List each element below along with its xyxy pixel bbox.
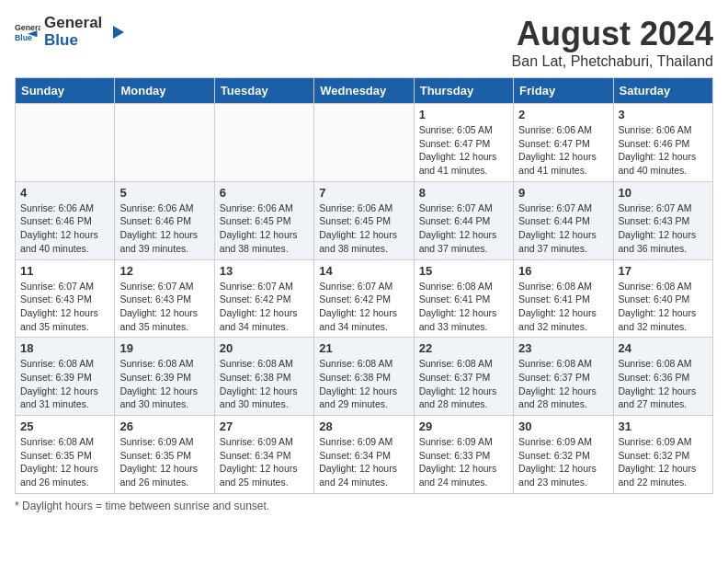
- calendar-cell: 8Sunrise: 6:07 AM Sunset: 6:44 PM Daylig…: [414, 181, 513, 259]
- day-info: Sunrise: 6:08 AM Sunset: 6:37 PM Dayligh…: [518, 357, 608, 411]
- day-info: Sunrise: 6:07 AM Sunset: 6:42 PM Dayligh…: [220, 280, 309, 334]
- col-header-saturday: Saturday: [613, 78, 712, 104]
- calendar-cell: 24Sunrise: 6:08 AM Sunset: 6:36 PM Dayli…: [613, 338, 712, 416]
- calendar-cell: [314, 104, 414, 182]
- calendar-cell: 6Sunrise: 6:06 AM Sunset: 6:45 PM Daylig…: [214, 181, 313, 259]
- calendar-cell: 13Sunrise: 6:07 AM Sunset: 6:42 PM Dayli…: [214, 259, 313, 338]
- calendar-cell: 25Sunrise: 6:08 AM Sunset: 6:35 PM Dayli…: [16, 416, 115, 494]
- logo-icon: General Blue: [15, 19, 40, 45]
- day-number: 18: [20, 341, 109, 355]
- calendar-cell: 1Sunrise: 6:05 AM Sunset: 6:47 PM Daylig…: [414, 104, 513, 182]
- day-number: 2: [518, 108, 608, 121]
- day-number: 29: [419, 419, 508, 433]
- day-info: Sunrise: 6:07 AM Sunset: 6:43 PM Dayligh…: [119, 280, 209, 334]
- calendar-cell: 31Sunrise: 6:09 AM Sunset: 6:32 PM Dayli…: [613, 416, 712, 494]
- calendar-cell: 14Sunrise: 6:07 AM Sunset: 6:42 PM Dayli…: [314, 259, 414, 338]
- day-info: Sunrise: 6:09 AM Sunset: 6:34 PM Dayligh…: [220, 435, 309, 489]
- calendar-cell: 4Sunrise: 6:06 AM Sunset: 6:46 PM Daylig…: [16, 181, 115, 259]
- day-number: 24: [619, 341, 708, 355]
- day-number: 16: [518, 264, 608, 278]
- day-number: 11: [20, 264, 109, 278]
- calendar-cell: 17Sunrise: 6:08 AM Sunset: 6:40 PM Dayli…: [613, 259, 712, 338]
- calendar-cell: 3Sunrise: 6:06 AM Sunset: 6:46 PM Daylig…: [613, 104, 712, 182]
- day-info: Sunrise: 6:09 AM Sunset: 6:35 PM Dayligh…: [119, 435, 209, 489]
- calendar-cell: 9Sunrise: 6:07 AM Sunset: 6:44 PM Daylig…: [514, 181, 613, 259]
- calendar-cell: 2Sunrise: 6:06 AM Sunset: 6:47 PM Daylig…: [514, 104, 613, 182]
- calendar-week-row: 4Sunrise: 6:06 AM Sunset: 6:46 PM Daylig…: [16, 181, 713, 259]
- day-number: 3: [619, 108, 708, 121]
- calendar-cell: [16, 104, 115, 182]
- day-number: 28: [319, 419, 408, 433]
- day-number: 4: [20, 186, 109, 200]
- day-number: 19: [119, 341, 209, 355]
- calendar-cell: [115, 104, 214, 182]
- svg-marker-3: [113, 26, 124, 39]
- day-number: 5: [119, 186, 209, 200]
- calendar-week-row: 18Sunrise: 6:08 AM Sunset: 6:39 PM Dayli…: [16, 338, 713, 416]
- day-number: 26: [119, 419, 209, 433]
- logo-blue-text: Blue: [44, 32, 102, 50]
- calendar-cell: 18Sunrise: 6:08 AM Sunset: 6:39 PM Dayli…: [16, 338, 115, 416]
- day-number: 13: [220, 264, 309, 278]
- day-info: Sunrise: 6:09 AM Sunset: 6:32 PM Dayligh…: [518, 435, 608, 489]
- day-info: Sunrise: 6:05 AM Sunset: 6:47 PM Dayligh…: [419, 123, 508, 178]
- day-info: Sunrise: 6:07 AM Sunset: 6:42 PM Dayligh…: [319, 280, 408, 334]
- day-info: Sunrise: 6:06 AM Sunset: 6:45 PM Dayligh…: [220, 201, 309, 256]
- calendar-cell: 16Sunrise: 6:08 AM Sunset: 6:41 PM Dayli…: [514, 259, 613, 338]
- day-info: Sunrise: 6:06 AM Sunset: 6:46 PM Dayligh…: [619, 123, 708, 178]
- header: General Blue General Blue August 2024 Ba…: [15, 15, 713, 70]
- day-number: 21: [319, 341, 408, 355]
- calendar-cell: 21Sunrise: 6:08 AM Sunset: 6:38 PM Dayli…: [314, 338, 414, 416]
- day-info: Sunrise: 6:08 AM Sunset: 6:39 PM Dayligh…: [20, 357, 109, 411]
- day-number: 6: [220, 186, 309, 200]
- day-number: 9: [518, 186, 608, 200]
- location-subtitle: Ban Lat, Phetchaburi, Thailand: [512, 53, 713, 70]
- calendar-header-row: SundayMondayTuesdayWednesdayThursdayFrid…: [16, 78, 713, 104]
- day-info: Sunrise: 6:06 AM Sunset: 6:46 PM Dayligh…: [119, 201, 209, 256]
- day-info: Sunrise: 6:08 AM Sunset: 6:38 PM Dayligh…: [319, 357, 408, 411]
- day-info: Sunrise: 6:09 AM Sunset: 6:34 PM Dayligh…: [319, 435, 408, 489]
- calendar-cell: 19Sunrise: 6:08 AM Sunset: 6:39 PM Dayli…: [115, 338, 214, 416]
- col-header-friday: Friday: [514, 78, 613, 104]
- col-header-sunday: Sunday: [16, 78, 115, 104]
- logo-general-text: General: [44, 15, 102, 32]
- day-number: 30: [518, 419, 608, 433]
- day-info: Sunrise: 6:07 AM Sunset: 6:44 PM Dayligh…: [518, 201, 608, 256]
- calendar-cell: 20Sunrise: 6:08 AM Sunset: 6:38 PM Dayli…: [214, 338, 313, 416]
- day-number: 10: [619, 186, 708, 200]
- day-info: Sunrise: 6:08 AM Sunset: 6:41 PM Dayligh…: [419, 280, 508, 334]
- day-info: Sunrise: 6:08 AM Sunset: 6:39 PM Dayligh…: [119, 357, 209, 411]
- calendar-cell: 23Sunrise: 6:08 AM Sunset: 6:37 PM Dayli…: [514, 338, 613, 416]
- logo: General Blue General Blue: [15, 15, 126, 49]
- calendar-week-row: 11Sunrise: 6:07 AM Sunset: 6:43 PM Dayli…: [16, 259, 713, 338]
- day-info: Sunrise: 6:08 AM Sunset: 6:36 PM Dayligh…: [619, 357, 708, 411]
- calendar-cell: [214, 104, 313, 182]
- col-header-wednesday: Wednesday: [314, 78, 414, 104]
- footer-note: * Daylight hours = time between sunrise …: [15, 500, 713, 512]
- calendar-cell: 22Sunrise: 6:08 AM Sunset: 6:37 PM Dayli…: [414, 338, 513, 416]
- calendar-cell: 30Sunrise: 6:09 AM Sunset: 6:32 PM Dayli…: [514, 416, 613, 494]
- day-info: Sunrise: 6:06 AM Sunset: 6:45 PM Dayligh…: [319, 201, 408, 256]
- day-number: 20: [220, 341, 309, 355]
- logo-arrow-icon: [106, 22, 126, 42]
- month-year-title: August 2024: [512, 15, 713, 53]
- day-info: Sunrise: 6:07 AM Sunset: 6:44 PM Dayligh…: [419, 201, 508, 256]
- title-area: August 2024 Ban Lat, Phetchaburi, Thaila…: [512, 15, 713, 70]
- day-number: 27: [220, 419, 309, 433]
- calendar-cell: 29Sunrise: 6:09 AM Sunset: 6:33 PM Dayli…: [414, 416, 513, 494]
- day-info: Sunrise: 6:07 AM Sunset: 6:43 PM Dayligh…: [619, 201, 708, 256]
- col-header-monday: Monday: [115, 78, 214, 104]
- day-info: Sunrise: 6:08 AM Sunset: 6:35 PM Dayligh…: [20, 435, 109, 489]
- col-header-tuesday: Tuesday: [214, 78, 313, 104]
- calendar-cell: 27Sunrise: 6:09 AM Sunset: 6:34 PM Dayli…: [214, 416, 313, 494]
- day-info: Sunrise: 6:07 AM Sunset: 6:43 PM Dayligh…: [20, 280, 109, 334]
- svg-text:Blue: Blue: [15, 32, 32, 41]
- day-info: Sunrise: 6:06 AM Sunset: 6:46 PM Dayligh…: [20, 201, 109, 256]
- day-info: Sunrise: 6:08 AM Sunset: 6:37 PM Dayligh…: [419, 357, 508, 411]
- day-number: 7: [319, 186, 408, 200]
- day-number: 14: [319, 264, 408, 278]
- day-info: Sunrise: 6:08 AM Sunset: 6:38 PM Dayligh…: [220, 357, 309, 411]
- calendar-cell: 28Sunrise: 6:09 AM Sunset: 6:34 PM Dayli…: [314, 416, 414, 494]
- day-number: 8: [419, 186, 508, 200]
- day-number: 1: [419, 108, 508, 121]
